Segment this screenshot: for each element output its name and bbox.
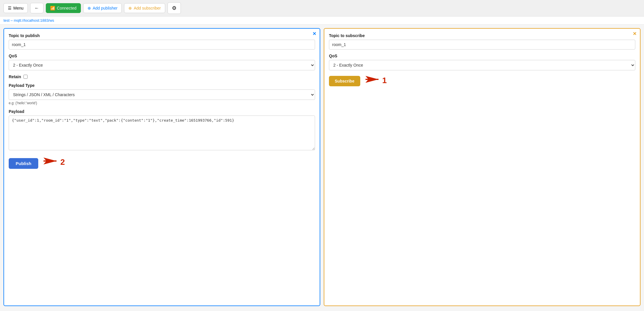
payload-type-group: Payload Type Strings / JSON / XML / Char… xyxy=(9,83,315,105)
connected-label: Connected xyxy=(57,6,77,10)
publisher-panel: ✕ Topic to publish QoS 0 - At Most Once … xyxy=(3,28,320,306)
subscriber-close-button[interactable]: ✕ xyxy=(633,32,636,36)
subscriber-qos-select[interactable]: 0 - At Most Once 1 - At Least Once 2 - E… xyxy=(329,60,635,70)
back-icon: ← xyxy=(34,6,39,11)
toolbar: ☰ Menu ← 📶 Connected ⊕ Add publisher ⊕ A… xyxy=(0,0,644,17)
publisher-qos-label: QoS xyxy=(9,54,315,58)
subscriber-panel: ✕ Topic to subscribe QoS 0 - At Most Onc… xyxy=(324,28,641,306)
back-button[interactable]: ← xyxy=(30,3,43,13)
breadcrumb-text: test – mqtt://localhost:1883/ws xyxy=(3,18,54,23)
add-publisher-label: Add publisher xyxy=(93,6,118,10)
retain-row: Retain xyxy=(9,74,315,79)
payload-group: Payload xyxy=(9,109,315,151)
payload-label: Payload xyxy=(9,109,315,114)
menu-icon: ☰ xyxy=(8,6,12,10)
retain-label: Retain xyxy=(9,74,21,79)
add-publisher-icon: ⊕ xyxy=(88,6,91,10)
menu-label: Menu xyxy=(13,6,23,10)
subscribe-annotation-number: 1 xyxy=(382,76,387,85)
add-publisher-button[interactable]: ⊕ Add publisher xyxy=(83,3,122,13)
subscriber-qos-label: QoS xyxy=(329,54,635,58)
publisher-qos-select[interactable]: 0 - At Most Once 1 - At Least Once 2 - E… xyxy=(9,60,315,70)
settings-icon: ⚙ xyxy=(172,5,177,11)
topic-subscribe-label: Topic to subscribe xyxy=(329,33,635,38)
payload-type-select[interactable]: Strings / JSON / XML / Characters Base64… xyxy=(9,89,315,100)
main-content: ✕ Topic to publish QoS 0 - At Most Once … xyxy=(0,25,644,310)
publish-area: Publish 2 xyxy=(9,155,315,169)
settings-button[interactable]: ⚙ xyxy=(168,2,181,14)
publish-button[interactable]: Publish xyxy=(9,158,38,169)
subscribe-arrow-icon xyxy=(363,74,380,86)
topic-publish-label: Topic to publish xyxy=(9,33,315,38)
publish-arrow-icon xyxy=(41,156,58,168)
publish-annotation-number: 2 xyxy=(60,158,65,167)
breadcrumb: test – mqtt://localhost:1883/ws xyxy=(0,17,644,25)
topic-publish-input[interactable] xyxy=(9,40,315,50)
payload-textarea[interactable] xyxy=(9,116,315,150)
subscribe-area: Subscribe 1 xyxy=(329,74,635,86)
publisher-close-button[interactable]: ✕ xyxy=(312,32,316,36)
payload-hint: e.g: {'hello':'world'} xyxy=(9,101,315,105)
publisher-qos-group: QoS 0 - At Most Once 1 - At Least Once 2… xyxy=(9,54,315,70)
payload-type-label: Payload Type xyxy=(9,83,315,88)
add-subscriber-label: Add subscriber xyxy=(134,6,161,10)
connected-button[interactable]: 📶 Connected xyxy=(46,3,81,13)
connected-icon: 📶 xyxy=(50,6,55,10)
subscribe-button[interactable]: Subscribe xyxy=(329,76,360,86)
retain-checkbox[interactable] xyxy=(23,75,28,79)
add-subscriber-icon: ⊕ xyxy=(128,6,132,10)
menu-button[interactable]: ☰ Menu xyxy=(3,3,28,13)
subscriber-qos-group: QoS 0 - At Most Once 1 - At Least Once 2… xyxy=(329,54,635,70)
topic-subscribe-group: Topic to subscribe xyxy=(329,33,635,50)
topic-publish-group: Topic to publish xyxy=(9,33,315,50)
add-subscriber-button[interactable]: ⊕ Add subscriber xyxy=(124,3,165,13)
topic-subscribe-input[interactable] xyxy=(329,40,635,50)
